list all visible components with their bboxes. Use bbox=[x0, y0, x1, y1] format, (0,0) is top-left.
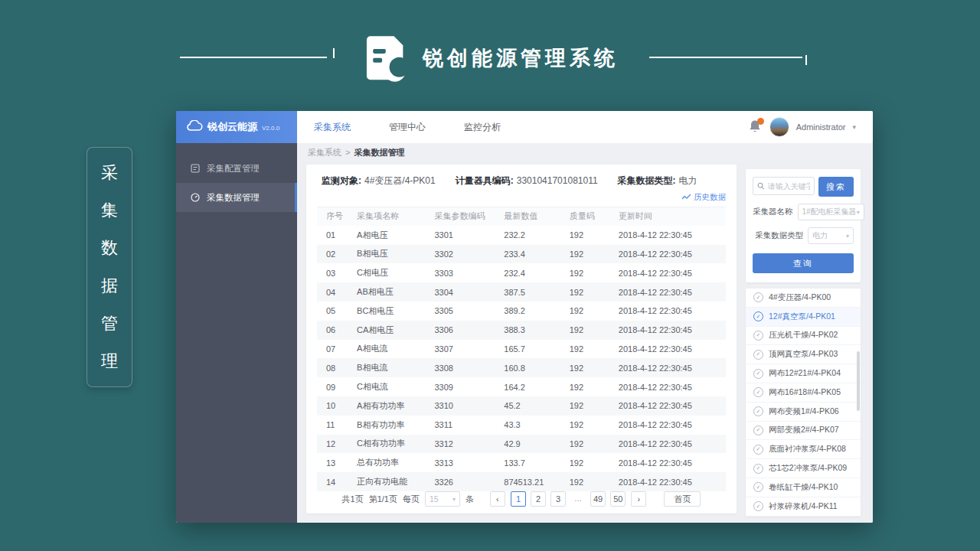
side-tab-char: 管 bbox=[101, 315, 118, 332]
meter-check-icon: ✓ bbox=[753, 369, 763, 379]
cell-update-time: 2018-4-12 22:30:45 bbox=[616, 230, 726, 240]
breadcrumb-parent[interactable]: 采集系统 bbox=[308, 147, 341, 158]
banner-line-left bbox=[180, 57, 327, 58]
device-list-item[interactable]: ✓ 顶网真空泵/4-PK03 bbox=[746, 345, 861, 364]
cell-seq: 05 bbox=[317, 306, 354, 315]
device-list-item[interactable]: ✓ 压光机干燥/4-PK02 bbox=[746, 327, 861, 346]
sidebar-item-data[interactable]: 采集数据管理 bbox=[176, 183, 297, 212]
cell-latest-value: 164.2 bbox=[501, 383, 566, 392]
table-row[interactable]: 08 B相电流 3308 160.8 192 2018-4-12 22:30:4… bbox=[317, 358, 726, 377]
filter-panel: 搜索 采集器名称 1#配电柜采集器 ▾ 采集数据类型 bbox=[746, 169, 861, 517]
cell-latest-value: 160.8 bbox=[501, 364, 566, 373]
table-row[interactable]: 07 A相电流 3307 165.7 192 2018-4-12 22:30:4… bbox=[317, 340, 726, 359]
notification-bell-icon[interactable] bbox=[749, 119, 763, 135]
per-page-label: 每页 bbox=[403, 494, 420, 505]
device-list-item[interactable]: ✓ 4#变压器/4-PK00 bbox=[746, 289, 861, 308]
table-row[interactable]: 12 C相有功功率 3312 42.9 192 2018-4-12 22:30:… bbox=[317, 435, 726, 454]
cell-quality-code: 192 bbox=[567, 401, 616, 410]
user-name: Administrator bbox=[796, 122, 846, 132]
cell-item-name: BC相电压 bbox=[354, 305, 431, 317]
device-name: 压光机干燥/4-PK02 bbox=[769, 330, 838, 341]
table-row[interactable]: 02 B相电压 3302 233.4 192 2018-4-12 22:30:4… bbox=[317, 245, 726, 264]
nav-item[interactable]: 采集系统 bbox=[314, 121, 351, 134]
table-row[interactable]: 11 B相有功功率 3311 43.3 192 2018-4-12 22:30:… bbox=[317, 416, 726, 435]
cell-seq: 08 bbox=[317, 364, 354, 373]
search-box[interactable] bbox=[753, 177, 815, 195]
product-name: 锐创云能源 bbox=[207, 120, 257, 134]
cell-quality-code: 192 bbox=[567, 478, 616, 487]
table-row[interactable]: 13 总有功功率 3313 133.7 192 2018-4-12 22:30:… bbox=[317, 453, 726, 472]
prev-page-button[interactable]: ‹ bbox=[490, 491, 505, 507]
cell-latest-value: 42.9 bbox=[501, 439, 566, 448]
meter-check-icon: ✓ bbox=[753, 464, 763, 474]
info-value: 4#变压器/4-PK01 bbox=[364, 175, 436, 186]
nav-item[interactable]: 监控分析 bbox=[464, 121, 501, 134]
table-row[interactable]: 06 CA相电压 3306 388.3 192 2018-4-12 22:30:… bbox=[317, 321, 726, 340]
meter-check-icon: ✓ bbox=[753, 406, 763, 416]
device-list-item[interactable]: ✓ 网布变频1#/4-PK06 bbox=[746, 403, 861, 422]
page-number-button[interactable]: ... bbox=[570, 491, 586, 507]
table-row[interactable]: 03 C相电压 3303 232.4 192 2018-4-12 22:30:4… bbox=[317, 263, 726, 282]
device-list-item[interactable]: ✓ 卷纸缸干燥/4-PK10 bbox=[746, 478, 861, 497]
avatar[interactable] bbox=[769, 117, 789, 137]
filter-row: 采集器名称 1#配电柜采集器 ▾ bbox=[753, 204, 854, 220]
page-number-button[interactable]: 49 bbox=[590, 491, 606, 507]
cell-quality-code: 192 bbox=[567, 325, 616, 334]
cell-latest-value: 165.7 bbox=[501, 344, 566, 354]
topbar: 采集系统管理中心监控分析 Administrator ▾ bbox=[297, 111, 873, 143]
table-row[interactable]: 05 BC相电压 3305 389.2 192 2018-4-12 22:30:… bbox=[317, 302, 726, 321]
current-page-text: 第1/1页 bbox=[369, 494, 397, 505]
collection-data-card: 监测对象:4#变压器/4-PK01 计量器具编码:330104170108101… bbox=[306, 165, 737, 514]
device-list-item[interactable]: ✓ 芯1芯2冲浆泵/4-PK09 bbox=[746, 459, 861, 478]
search-icon bbox=[757, 181, 765, 191]
per-page-value: 15 bbox=[430, 494, 439, 504]
device-list-item[interactable]: ✓ 网布12#21#/4-PK04 bbox=[746, 364, 861, 383]
search-button[interactable]: 搜索 bbox=[818, 177, 854, 197]
table-row[interactable]: 10 A相有功功率 3310 45.2 192 2018-4-12 22:30:… bbox=[317, 396, 726, 416]
table-row[interactable]: 01 A相电压 3301 232.2 192 2018-4-12 22:30:4… bbox=[317, 226, 726, 245]
cell-item-name: CA相电压 bbox=[354, 324, 431, 336]
meter-check-icon: ✓ bbox=[753, 445, 763, 455]
total-pages-text: 共1页 bbox=[342, 494, 364, 505]
cell-param-code: 3308 bbox=[432, 364, 501, 373]
filter-select[interactable]: 1#配电柜采集器 ▾ bbox=[798, 204, 864, 220]
device-list-item[interactable]: ✓ 网部变频2#/4-PK07 bbox=[746, 422, 861, 441]
query-button[interactable]: 查询 bbox=[753, 253, 854, 273]
info-label: 采集数据类型: bbox=[618, 175, 676, 186]
chevron-down-icon[interactable]: ▾ bbox=[852, 123, 856, 131]
breadcrumb: 采集系统 > 采集数据管理 bbox=[297, 143, 873, 161]
meter-check-icon: ✓ bbox=[753, 501, 763, 511]
next-page-button[interactable]: › bbox=[631, 491, 646, 507]
table-body: 01 A相电压 3301 232.2 192 2018-4-12 22:30:4… bbox=[317, 226, 726, 491]
device-list-item[interactable]: ✓ 底面衬冲浆泵/4-PK08 bbox=[746, 440, 861, 459]
page-number-button[interactable]: 1 bbox=[511, 491, 526, 507]
table-row[interactable]: 09 C相电流 3309 164.2 192 2018-4-12 22:30:4… bbox=[317, 377, 726, 396]
cell-item-name: C相电流 bbox=[354, 381, 431, 393]
nav-item[interactable]: 管理中心 bbox=[389, 121, 426, 134]
filter-select[interactable]: 电力 ▾ bbox=[808, 227, 854, 244]
device-list-item[interactable]: ✓ 衬浆碎浆机/4-PK11 bbox=[746, 497, 861, 517]
cell-param-code: 3306 bbox=[432, 325, 501, 334]
table-row[interactable]: 14 正向有功电能 3326 874513.21 192 2018-4-12 2… bbox=[317, 472, 726, 491]
page-title: 锐创能源管理系统 bbox=[423, 44, 619, 72]
cell-quality-code: 192 bbox=[567, 269, 616, 278]
cell-update-time: 2018-4-12 22:30:45 bbox=[616, 401, 726, 410]
page-number-button[interactable]: 2 bbox=[531, 491, 546, 507]
table-row[interactable]: 04 AB相电压 3304 387.5 192 2018-4-12 22:30:… bbox=[317, 282, 726, 302]
first-page-button[interactable]: 首页 bbox=[664, 491, 701, 507]
cell-quality-code: 192 bbox=[567, 288, 616, 297]
device-name: 网部变频2#/4-PK07 bbox=[769, 425, 839, 435]
page-number-button[interactable]: 3 bbox=[550, 491, 566, 507]
collection-table: 序号采集项名称采集参数编码最新数值质量码更新时间 01 A相电压 3301 23… bbox=[317, 207, 726, 491]
sidebar-item-config[interactable]: 采集配置管理 bbox=[176, 154, 297, 183]
device-list-item[interactable]: ✓ 网布16#18#/4-PK05 bbox=[746, 383, 861, 403]
history-data-link[interactable]: 历史数据 bbox=[681, 192, 726, 203]
cell-quality-code: 192 bbox=[567, 230, 616, 240]
page-number-button[interactable]: 50 bbox=[610, 491, 626, 507]
per-page-select[interactable]: 15 ▾ bbox=[425, 491, 460, 507]
scrollbar[interactable] bbox=[857, 351, 860, 411]
column-header: 采集参数编码 bbox=[432, 210, 501, 222]
search-input[interactable] bbox=[768, 182, 810, 191]
device-list-item[interactable]: ✓ 12#真空泵/4-PK01 bbox=[746, 308, 861, 327]
select-value: 电力 bbox=[812, 230, 828, 241]
